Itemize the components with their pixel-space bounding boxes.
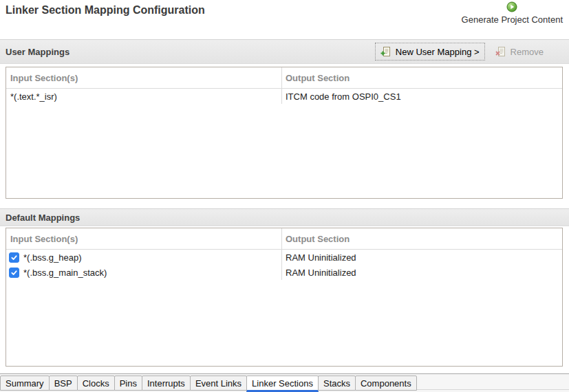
- tab-components[interactable]: Components: [355, 375, 417, 391]
- tab-bsp[interactable]: BSP: [49, 375, 78, 391]
- user-mapping-output-cell: ITCM code from OSPI0_CS1: [282, 89, 562, 104]
- tab-linker-sections[interactable]: Linker Sections: [246, 375, 319, 392]
- generate-project-content-button[interactable]: Generate Project Content: [462, 1, 563, 25]
- default-mapping-row[interactable]: *(.bss.g_main_stack) RAM Uninitialized: [6, 265, 562, 280]
- tab-clocks[interactable]: Clocks: [77, 375, 115, 391]
- column-header-input-sections[interactable]: Input Section(s): [6, 228, 282, 249]
- user-mappings-empty-area: [6, 104, 562, 198]
- user-mappings-title: User Mappings: [6, 47, 69, 57]
- remove-button[interactable]: Remove: [491, 43, 548, 60]
- default-mappings-section-bar: Default Mappings: [0, 208, 569, 226]
- default-mappings-title: Default Mappings: [6, 213, 80, 223]
- column-header-output-section[interactable]: Output Section: [282, 67, 562, 88]
- checked-checkbox-icon[interactable]: [9, 268, 19, 278]
- default-mappings-table: Input Section(s) Output Section *(.bss.g…: [6, 228, 563, 367]
- document-delete-icon: [495, 46, 506, 57]
- default-mappings-empty-area: [6, 280, 562, 366]
- column-header-input-sections[interactable]: Input Section(s): [6, 67, 282, 88]
- user-mapping-input-cell: *(.text.*_isr): [6, 89, 282, 104]
- generate-play-icon: [506, 1, 517, 12]
- document-add-icon: [380, 46, 391, 57]
- default-mapping-row[interactable]: *(.bss.g_heap) RAM Uninitialized: [6, 250, 562, 265]
- new-user-mapping-label: New User Mapping >: [396, 47, 480, 57]
- user-mapping-row[interactable]: *(.text.*_isr) ITCM code from OSPI0_CS1: [6, 89, 562, 104]
- page-title: Linker Section Mapping Configuration: [6, 4, 205, 17]
- default-mapping-input-cell: *(.bss.g_heap): [23, 252, 82, 263]
- tab-interrupts[interactable]: Interrupts: [142, 375, 191, 391]
- linker-section-mapping-page: Linker Section Mapping Configuration Gen…: [0, 0, 569, 392]
- tab-stacks[interactable]: Stacks: [318, 375, 356, 391]
- tab-event-links[interactable]: Event Links: [190, 375, 247, 391]
- default-mappings-table-header: Input Section(s) Output Section: [6, 228, 562, 250]
- bottom-tab-bar: Summary BSP Clocks Pins Interrupts Event…: [0, 373, 569, 392]
- tab-pins[interactable]: Pins: [114, 375, 142, 391]
- generate-project-content-label: Generate Project Content: [462, 14, 563, 25]
- default-mapping-output-cell: RAM Uninitialized: [282, 250, 562, 265]
- default-mapping-output-cell: RAM Uninitialized: [282, 265, 562, 280]
- default-mapping-input-cell: *(.bss.g_main_stack): [23, 268, 107, 278]
- user-mappings-section-bar: User Mappings New User Mapping > Remove: [0, 39, 569, 64]
- remove-label: Remove: [511, 47, 544, 57]
- tab-summary[interactable]: Summary: [0, 375, 50, 391]
- page-header: Linker Section Mapping Configuration Gen…: [0, 0, 569, 39]
- tab-bar-filler: [417, 375, 569, 390]
- new-user-mapping-button[interactable]: New User Mapping >: [375, 43, 485, 61]
- column-header-output-section[interactable]: Output Section: [282, 228, 562, 249]
- checked-checkbox-icon[interactable]: [9, 252, 19, 263]
- user-mappings-table-header: Input Section(s) Output Section: [6, 67, 562, 89]
- user-mappings-table: Input Section(s) Output Section *(.text.…: [6, 67, 563, 199]
- user-mappings-actions: New User Mapping > Remove: [375, 43, 569, 61]
